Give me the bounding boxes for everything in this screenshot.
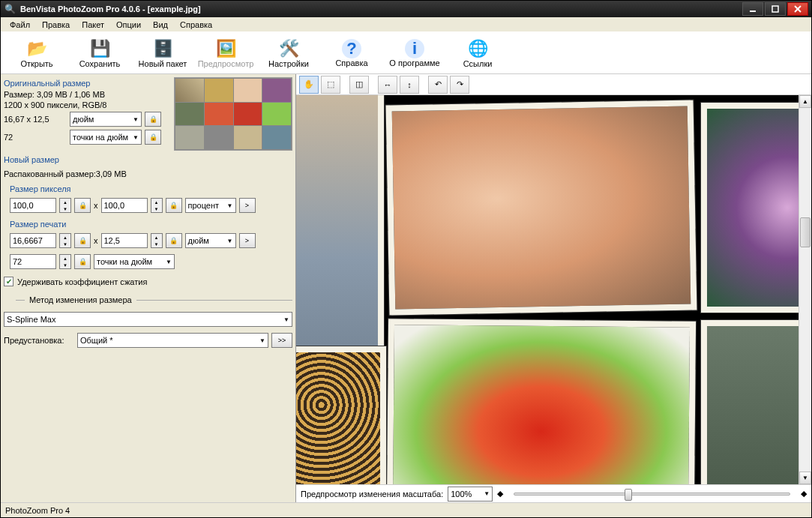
settings-label: Настройки xyxy=(268,59,309,68)
main-content: Оригинальный размер Размер: 3,09 MB / 1,… xyxy=(1,74,811,502)
batch-icon: 🗄️ xyxy=(152,38,173,59)
about-label: О программе xyxy=(389,58,439,67)
resolution-unit-select[interactable]: точки на дюйм xyxy=(94,254,175,269)
info-icon: i xyxy=(405,39,424,58)
close-button[interactable] xyxy=(787,2,808,16)
scroll-up-button[interactable]: ▲ xyxy=(799,95,811,108)
pixel-height-input[interactable] xyxy=(101,198,148,213)
redo-button[interactable]: ↷ xyxy=(450,76,469,94)
zoom-label: Предпросмотр изменения масштаба: xyxy=(301,490,443,499)
menu-file[interactable]: Файл xyxy=(4,19,36,31)
original-phys-lock-button[interactable]: 🔒 xyxy=(145,112,161,127)
preset-label: Предустановка: xyxy=(4,336,74,345)
resolution-input[interactable] xyxy=(10,254,56,269)
resolution-spinner[interactable]: ▲▼ xyxy=(59,254,71,269)
window-title: BenVista PhotoZoom Pro 4.0.6 - [example.… xyxy=(20,4,742,13)
flip-horizontal-button[interactable]: ↔ xyxy=(378,76,397,94)
select-tool-button[interactable]: ⬚ xyxy=(321,76,340,94)
arrow-lr-icon: ↔ xyxy=(384,80,392,89)
preset-select[interactable]: Общий * xyxy=(77,333,268,348)
open-button[interactable]: 📂Открыть xyxy=(5,34,68,73)
navigator-thumbnail[interactable] xyxy=(174,77,292,151)
statusbar: PhotoZoom Pro 4 xyxy=(1,502,811,517)
print-width-lock-button[interactable]: 🔒 xyxy=(74,233,91,248)
about-button[interactable]: iО программе xyxy=(383,34,446,73)
preview-image-region xyxy=(387,319,696,484)
menu-view[interactable]: Вид xyxy=(147,19,174,31)
zoom-select[interactable]: 100% xyxy=(448,487,493,502)
pixel-unit-select[interactable]: процент xyxy=(185,198,236,213)
pixel-height-spinner[interactable]: ▲▼ xyxy=(151,198,163,213)
app-icon: 🔍 xyxy=(4,3,16,15)
window-controls xyxy=(742,2,808,16)
crop-button[interactable]: ◫ xyxy=(349,76,369,94)
preview-button[interactable]: 🖼️Предпросмотр xyxy=(194,34,257,73)
crop-icon: ◫ xyxy=(355,79,363,89)
print-height-spinner[interactable]: ▲▼ xyxy=(151,233,163,248)
hand-icon: ✋ xyxy=(304,79,314,89)
preview-label: Предпросмотр xyxy=(198,59,254,68)
undo-button[interactable]: ↶ xyxy=(428,76,448,94)
flip-vertical-button[interactable]: ↕ xyxy=(400,76,419,94)
scroll-down-button[interactable]: ▼ xyxy=(799,472,811,484)
pixel-width-input[interactable] xyxy=(10,198,56,213)
original-dpi-lock-button[interactable]: 🔒 xyxy=(145,130,161,145)
menu-batch[interactable]: Пакет xyxy=(76,19,110,31)
save-label: Сохранить xyxy=(79,59,121,68)
pixel-width-spinner[interactable]: ▲▼ xyxy=(59,198,71,213)
preview-image-region xyxy=(296,346,386,484)
pixel-width-lock-button[interactable]: 🔒 xyxy=(74,198,91,213)
maximize-button[interactable] xyxy=(765,2,786,16)
save-button[interactable]: 💾Сохранить xyxy=(68,34,131,73)
zoom-slider-thumb[interactable] xyxy=(625,489,632,501)
help-button[interactable]: ?Справка xyxy=(320,34,383,73)
keep-aspect-label: Удерживать коэффициент сжатия xyxy=(17,277,147,286)
folder-open-icon: 📂 xyxy=(26,38,47,59)
original-phys: 16,67 x 12,5 xyxy=(4,115,67,124)
settings-button[interactable]: 🛠️Настройки xyxy=(257,34,320,73)
undo-icon: ↶ xyxy=(435,79,442,89)
marquee-icon: ⬚ xyxy=(327,79,334,89)
pixel-size-label: Размер пикселя xyxy=(4,182,292,193)
arrow-ud-icon: ↕ xyxy=(407,80,412,89)
new-batch-label: Новый пакет xyxy=(139,59,187,68)
print-height-input[interactable] xyxy=(101,233,148,248)
pixel-apply-button[interactable]: > xyxy=(239,198,256,213)
original-dpi-unit-select[interactable]: точки на дюйм xyxy=(70,130,142,145)
keep-aspect-row[interactable]: ✔ Удерживать коэффициент сжатия xyxy=(4,274,292,289)
preview-canvas[interactable] xyxy=(296,95,799,484)
menu-options[interactable]: Опции xyxy=(110,19,147,31)
titlebar: 🔍 BenVista PhotoZoom Pro 4.0.6 - [exampl… xyxy=(1,1,811,17)
print-width-spinner[interactable]: ▲▼ xyxy=(59,233,71,248)
links-button[interactable]: 🌐Ссылки xyxy=(446,34,509,73)
x-label: x xyxy=(94,201,98,210)
new-batch-button[interactable]: 🗄️Новый пакет xyxy=(131,34,194,73)
scroll-track[interactable] xyxy=(799,108,811,472)
keep-aspect-checkbox[interactable]: ✔ xyxy=(4,277,13,286)
menu-edit[interactable]: Правка xyxy=(36,19,76,31)
original-phys-unit-select[interactable]: дюйм xyxy=(70,112,142,127)
scroll-thumb[interactable] xyxy=(800,217,811,247)
print-unit-select[interactable]: дюйм xyxy=(185,233,236,248)
vertical-scrollbar[interactable]: ▲ ▼ xyxy=(799,95,811,484)
resize-method-select[interactable]: S-Spline Max xyxy=(4,312,292,327)
minimize-button[interactable] xyxy=(742,2,763,16)
print-apply-button[interactable]: > xyxy=(239,233,256,248)
original-size-heading: Оригинальный размер xyxy=(4,77,168,89)
menubar: Файл Правка Пакет Опции Вид Справка xyxy=(1,17,811,32)
hand-tool-button[interactable]: ✋ xyxy=(299,76,319,94)
new-size-heading: Новый размер xyxy=(4,154,292,166)
resolution-lock-button[interactable]: 🔒 xyxy=(74,254,91,269)
help-icon: ? xyxy=(342,39,361,58)
print-height-lock-button[interactable]: 🔒 xyxy=(166,233,182,248)
tools-icon: 🛠️ xyxy=(278,38,299,59)
pixel-height-lock-button[interactable]: 🔒 xyxy=(166,198,182,213)
print-width-input[interactable] xyxy=(10,233,56,248)
preview-image-region xyxy=(701,320,799,484)
menu-help[interactable]: Справка xyxy=(174,19,218,31)
preset-more-button[interactable]: >> xyxy=(271,333,292,348)
main-toolbar: 📂Открыть 💾Сохранить 🗄️Новый пакет 🖼️Пред… xyxy=(1,32,811,74)
original-size-line: Размер: 3,09 MB / 1,06 MB xyxy=(4,89,168,100)
unpacked-size-line: Распакованный размер:3,09 MB xyxy=(4,169,292,179)
zoom-slider[interactable] xyxy=(514,493,790,496)
